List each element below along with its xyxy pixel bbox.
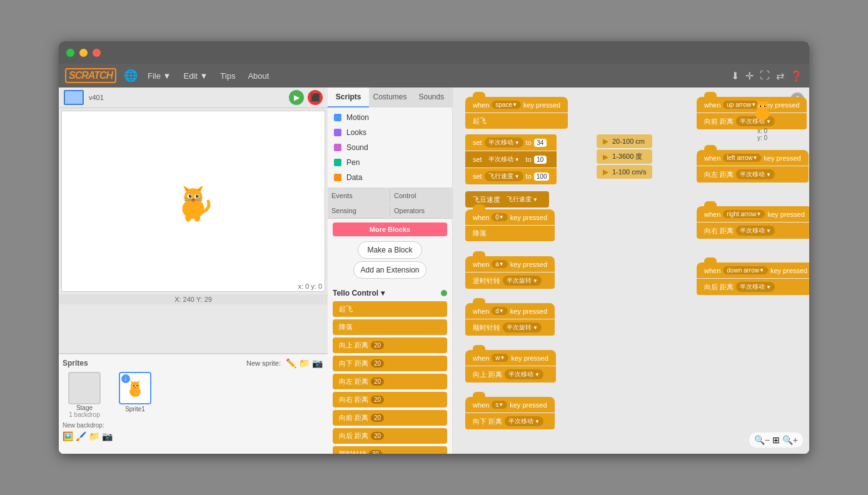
- ccw-var[interactable]: 半次旋转: [503, 276, 542, 286]
- zoom-out-button[interactable]: 🔍−: [754, 435, 770, 445]
- window-btn-red[interactable]: [93, 49, 101, 57]
- backdrop-paint-icon[interactable]: 🖌️: [76, 431, 86, 441]
- globe-icon[interactable]: 🌐: [124, 69, 138, 82]
- backdrop-camera-icon[interactable]: 📷: [102, 431, 113, 441]
- sprite-info-badge[interactable]: i: [121, 374, 130, 383]
- window-btn-green[interactable]: [66, 49, 74, 57]
- tello-header[interactable]: Tello Control ▾: [333, 289, 447, 298]
- backdrop-upload-icon[interactable]: 📁: [89, 431, 99, 441]
- sprite-import-icon[interactable]: 📁: [299, 358, 310, 368]
- sprite-camera-icon[interactable]: 📷: [312, 358, 323, 368]
- down-key-dropdown[interactable]: down arrow: [723, 266, 768, 274]
- set-val1-input[interactable]: 34: [534, 139, 547, 147]
- set-val2-input[interactable]: 10: [534, 156, 547, 164]
- tello-block-forward[interactable]: 向前 距离 20: [333, 410, 447, 426]
- zoom-in-button[interactable]: 🔍+: [782, 435, 798, 445]
- scripts-area[interactable]: when space key pressed 起飞 set 半次移动 to 34…: [453, 88, 809, 454]
- a-key-dropdown[interactable]: a: [492, 260, 507, 268]
- menu-edit[interactable]: Edit ▼: [178, 69, 213, 83]
- d-key-dropdown[interactable]: d: [492, 307, 507, 315]
- stage-area: v401 ▶ ⬛: [59, 88, 328, 354]
- tello-block-back[interactable]: 向后 距离 20: [333, 428, 447, 444]
- menu-file[interactable]: File ▼: [143, 69, 176, 83]
- cmd-cw[interactable]: 顺时针转 半次旋转: [465, 319, 555, 336]
- scripts-panel: ? when space key pressed 起飞 set 半次移动 to …: [453, 88, 809, 454]
- cmd-ccw[interactable]: 逆时针转 半次旋转: [465, 272, 555, 289]
- backdrop-image-icon[interactable]: 🖼️: [63, 431, 73, 441]
- space-key-dropdown[interactable]: space: [492, 101, 521, 109]
- more-blocks-button[interactable]: More Blocks: [333, 222, 447, 236]
- events-category[interactable]: Events: [328, 189, 390, 202]
- zoom-reset-icon[interactable]: ⊞: [772, 435, 780, 445]
- sprite1-item[interactable]: i: [116, 372, 154, 412]
- tab-scripts[interactable]: Scripts: [328, 88, 369, 108]
- stage-item[interactable]: Stage 1 backdrop: [63, 372, 106, 418]
- play-button[interactable]: ▶: [289, 90, 304, 105]
- back-var[interactable]: 半次移动: [736, 282, 775, 292]
- left-key-dropdown[interactable]: left arrow: [723, 154, 761, 162]
- hat-w[interactable]: when w key pressed: [465, 350, 556, 366]
- cmd-land[interactable]: 降落: [465, 226, 555, 241]
- control-category[interactable]: Control: [390, 189, 452, 202]
- up-var[interactable]: 半次移动: [505, 369, 543, 379]
- s-key-dropdown[interactable]: s: [492, 401, 507, 409]
- window-btn-yellow[interactable]: [79, 49, 88, 57]
- tello-block-down[interactable]: 向下 距离 20: [333, 356, 447, 371]
- set-var2-dropdown[interactable]: 半次移动: [485, 154, 523, 164]
- set-var1-dropdown[interactable]: 半次移动: [485, 138, 523, 148]
- set-val3-input[interactable]: 100: [534, 172, 550, 181]
- hat-space[interactable]: when space key pressed: [465, 97, 568, 112]
- menu-about[interactable]: About: [243, 69, 274, 83]
- tello-block-land[interactable]: 降落: [333, 319, 447, 335]
- tello-block-up[interactable]: 向上 距离 20: [333, 338, 447, 353]
- right-var[interactable]: 半次移动: [736, 226, 775, 236]
- tello-block-cw[interactable]: 顺时针转 30: [333, 446, 447, 454]
- w-key-dropdown[interactable]: w: [492, 354, 508, 362]
- cw-var[interactable]: 半次旋转: [503, 322, 542, 332]
- cmd-up[interactable]: 向上 距离 半次移动: [465, 366, 556, 382]
- set-cmd-1[interactable]: set 半次移动 to 34: [465, 134, 557, 151]
- hat-left[interactable]: when left arrow key pressed: [697, 150, 809, 166]
- category-motion[interactable]: Motion: [328, 110, 452, 125]
- operators-category[interactable]: Operators: [390, 204, 452, 217]
- category-pen[interactable]: Pen: [328, 155, 452, 170]
- category-data[interactable]: Data: [328, 170, 452, 185]
- tello-block-takeoff[interactable]: 起飞: [333, 301, 447, 317]
- hat-a[interactable]: when a key pressed: [465, 256, 555, 272]
- cmd-takeoff[interactable]: 起飞: [465, 113, 568, 129]
- hat-right[interactable]: when right arrow key pressed: [697, 206, 809, 222]
- hat-d[interactable]: when d key pressed: [465, 303, 555, 319]
- category-sound[interactable]: Sound: [328, 140, 452, 155]
- 0-key-dropdown[interactable]: 0: [492, 213, 507, 221]
- tello-block-left[interactable]: 向左 距离 20: [333, 374, 447, 389]
- make-block-button[interactable]: Make a Block: [358, 241, 421, 259]
- set-cmd-2[interactable]: set 半次移动 to 10: [465, 151, 557, 168]
- hat-0[interactable]: when 0 key pressed: [465, 209, 555, 225]
- download-icon[interactable]: ⬇: [731, 70, 739, 82]
- crosshair-icon[interactable]: ✛: [745, 70, 754, 82]
- down-var[interactable]: 半次移动: [505, 416, 543, 426]
- hat-s[interactable]: when s key pressed: [465, 397, 555, 412]
- add-extension-button[interactable]: Add an Extension: [353, 261, 426, 279]
- tello-block-right[interactable]: 向右 距离 20: [333, 392, 447, 408]
- cmd-down[interactable]: 向下 距离 半次移动: [465, 413, 555, 429]
- tab-costumes[interactable]: Costumes: [369, 88, 410, 108]
- hat-down[interactable]: when down arrow key pressed: [697, 262, 809, 278]
- cmd-left[interactable]: 向左 距离 半次移动: [697, 166, 809, 182]
- category-looks[interactable]: Looks: [328, 125, 452, 140]
- stop-button[interactable]: ⬛: [308, 90, 323, 105]
- speed-var-dropdown[interactable]: 飞行速度: [503, 194, 542, 204]
- set-cmd-3[interactable]: set 飞行速度 to 100: [465, 168, 557, 184]
- set-var3-dropdown[interactable]: 飞行速度: [485, 171, 523, 181]
- turbo-icon[interactable]: ⇄: [776, 70, 784, 82]
- right-key-dropdown[interactable]: right arrow: [723, 210, 765, 218]
- left-var[interactable]: 半次移动: [736, 169, 775, 179]
- fullscreen-icon[interactable]: ⛶: [760, 70, 770, 81]
- tab-sounds[interactable]: Sounds: [411, 88, 452, 108]
- help-icon[interactable]: ❓: [790, 70, 803, 82]
- sensing-category[interactable]: Sensing: [328, 204, 390, 217]
- cmd-back[interactable]: 向后 距离 半次移动: [697, 279, 809, 295]
- sprite-paint-icon[interactable]: ✏️: [286, 358, 296, 368]
- menu-tips[interactable]: Tips: [215, 69, 240, 83]
- cmd-right[interactable]: 向右 距离 半次移动: [697, 222, 809, 239]
